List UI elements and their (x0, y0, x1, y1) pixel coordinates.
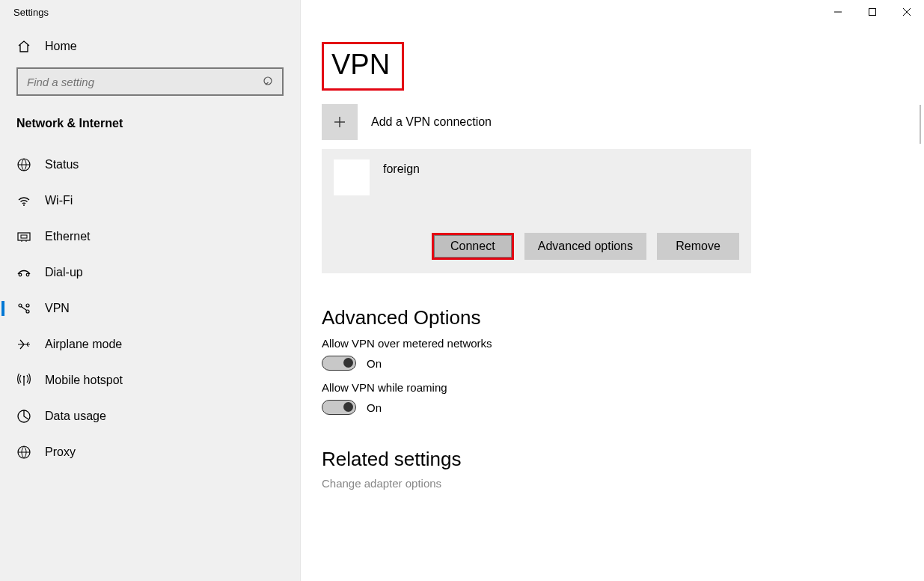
svg-rect-10 (21, 235, 27, 238)
page-title-highlight: VPN (322, 42, 404, 91)
status-icon (16, 157, 31, 172)
vpn-entry-header: foreign (334, 159, 739, 195)
nav-label: Status (45, 158, 79, 171)
plus-icon (322, 104, 358, 140)
roaming-toggle-row: On (322, 400, 903, 415)
home-label: Home (45, 40, 77, 53)
metered-toggle[interactable] (322, 356, 356, 371)
airplane-icon (16, 337, 31, 352)
wifi-icon (16, 193, 31, 208)
nav-vpn[interactable]: VPN (0, 290, 300, 326)
metered-toggle-label: Allow VPN over metered networks (322, 337, 903, 350)
nav-proxy[interactable]: Proxy (0, 434, 300, 470)
nav-label: Wi-Fi (45, 194, 73, 207)
nav-label: Mobile hotspot (45, 374, 123, 387)
svg-point-18 (26, 304, 29, 307)
home-nav[interactable]: Home (0, 24, 300, 67)
svg-point-15 (19, 304, 22, 307)
vpn-buttons: Connect Advanced options Remove (334, 233, 739, 260)
search-container (0, 67, 300, 108)
nav-label: Ethernet (45, 230, 90, 243)
nav-status[interactable]: Status (0, 147, 300, 183)
svg-line-17 (22, 307, 27, 311)
nav-airplane-mode[interactable]: Airplane mode (0, 326, 300, 362)
app-title: Settings (0, 0, 300, 24)
vpn-network-icon (334, 159, 370, 195)
category-heading: Network & Internet (0, 108, 300, 136)
advanced-options-heading: Advanced Options (322, 306, 903, 329)
svg-rect-9 (18, 233, 30, 240)
nav-label: Proxy (45, 445, 76, 459)
advanced-options-button[interactable]: Advanced options (524, 233, 646, 260)
related-settings-heading: Related settings (322, 448, 903, 471)
home-icon (16, 39, 31, 54)
nav-list: Status Wi-Fi Ethernet Dial-up (0, 136, 300, 470)
settings-window: Settings Home Network & Internet Status (0, 0, 924, 581)
nav-label: VPN (45, 302, 70, 315)
hotspot-icon (16, 373, 31, 388)
roaming-toggle-label: Allow VPN while roaming (322, 381, 903, 394)
search-box[interactable] (16, 67, 284, 96)
nav-label: Dial-up (45, 266, 83, 279)
page-title: VPN (331, 49, 390, 81)
roaming-toggle[interactable] (322, 400, 356, 415)
vpn-icon (16, 301, 31, 316)
main-content: VPN Add a VPN connection foreign Connect… (301, 0, 924, 581)
nav-mobile-hotspot[interactable]: Mobile hotspot (0, 362, 300, 398)
dial-up-icon (16, 265, 31, 280)
nav-data-usage[interactable]: Data usage (0, 398, 300, 434)
vpn-entry[interactable]: foreign Connect Advanced options Remove (322, 149, 751, 273)
page-title-container: VPN (322, 42, 903, 91)
search-input[interactable] (25, 75, 263, 89)
nav-label: Airplane mode (45, 338, 122, 351)
svg-point-20 (23, 376, 25, 377)
remove-button[interactable]: Remove (657, 233, 739, 260)
connect-button[interactable]: Connect (432, 233, 514, 260)
svg-point-13 (19, 273, 22, 276)
nav-wifi[interactable]: Wi-Fi (0, 183, 300, 219)
svg-point-8 (23, 204, 25, 206)
sidebar: Settings Home Network & Internet Status (0, 0, 301, 581)
metered-toggle-state: On (367, 357, 382, 370)
vpn-name: foreign (383, 159, 420, 176)
svg-point-14 (26, 273, 29, 276)
svg-point-4 (264, 77, 272, 85)
add-vpn-row[interactable]: Add a VPN connection (322, 104, 903, 140)
search-icon (263, 76, 275, 88)
proxy-icon (16, 445, 31, 460)
metered-toggle-row: On (322, 356, 903, 371)
add-vpn-label: Add a VPN connection (371, 115, 492, 129)
ethernet-icon (16, 229, 31, 244)
nav-dial-up[interactable]: Dial-up (0, 255, 300, 290)
svg-point-16 (26, 310, 29, 313)
nav-ethernet[interactable]: Ethernet (0, 219, 300, 255)
scrollbar[interactable] (920, 105, 921, 144)
roaming-toggle-state: On (367, 401, 382, 414)
change-adapter-link[interactable]: Change adapter options (322, 477, 903, 490)
nav-label: Data usage (45, 410, 106, 423)
data-usage-icon (16, 409, 31, 424)
